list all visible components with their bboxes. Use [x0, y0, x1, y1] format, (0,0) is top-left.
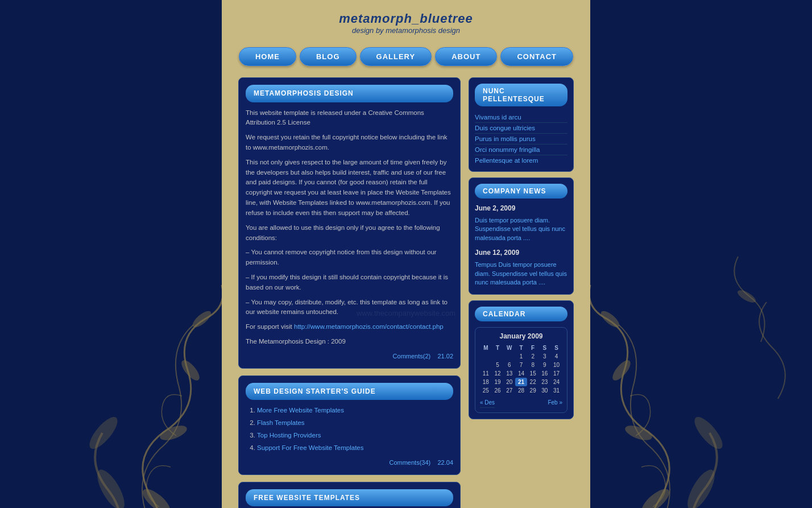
list-item: Flash Templates: [257, 418, 453, 428]
section1-footer: The Metamorphosis Design : 2009: [246, 337, 453, 347]
list-item: Top Hosting Providers: [257, 431, 453, 441]
table-row: 1 2 3 4: [480, 352, 562, 361]
center-content: metamorph_bluetree design by metamorphos…: [222, 0, 590, 508]
left-ornament-panel: [0, 0, 222, 508]
section1-para1: This website template is released under …: [246, 108, 453, 129]
support-link[interactable]: http://www.metamorphozis.com/contact/con…: [294, 323, 444, 330]
link-4[interactable]: Support For Free Website Templates: [257, 444, 364, 451]
nunc-link-5[interactable]: Pellentesque at lorem: [475, 155, 567, 166]
nunc-link-2[interactable]: Duis congue ultricies: [475, 123, 567, 134]
svg-point-6: [85, 413, 122, 453]
section1-para6: – If you modify this design it still sho…: [246, 272, 453, 293]
right-column: NUNC PELLENTESQUE Vivamus id arcu Duis c…: [469, 77, 574, 508]
nav-contact-button[interactable]: CONTACT: [500, 47, 573, 66]
nav-gallery-button[interactable]: GALLERY: [360, 47, 432, 66]
section1-para2: We request you retain the full copyright…: [246, 133, 453, 153]
cal-header-t1: T: [492, 344, 504, 352]
svg-point-12: [690, 413, 727, 453]
freetemplate-header: FREE WEBSITE TEMPLATES: [246, 489, 453, 507]
link-1[interactable]: More Free Website Templates: [257, 407, 344, 414]
section1-para7: – You may copy, distribute, modify, etc.…: [246, 298, 453, 318]
nunc-link-4[interactable]: Orci nonummy fringilla: [475, 144, 567, 155]
svg-point-13: [736, 288, 757, 305]
calendar-today: 21: [515, 378, 527, 386]
svg-point-4: [190, 308, 214, 330]
cal-header-s2: S: [550, 344, 562, 352]
site-title: metamorph_bluetree: [222, 11, 590, 26]
nunc-panel: NUNC PELLENTESQUE Vivamus id arcu Duis c…: [469, 77, 574, 172]
calendar-table: M T W T F S S: [480, 344, 562, 395]
list-item: Support For Free Website Templates: [257, 443, 453, 453]
news-text-1: Duis tempor posuere diam. Suspendisse ve…: [475, 214, 567, 244]
table-row: 5 6 7 8 9 10: [480, 361, 562, 369]
calendar-prev[interactable]: « Des: [480, 398, 495, 408]
metamorphosis-header: METAMORPHOSIS DESIGN: [246, 85, 453, 102]
section1-para3: This not only gives respect to the large…: [246, 158, 453, 218]
cal-header-s1: S: [539, 344, 551, 352]
cal-header-w: W: [503, 344, 515, 352]
nav-home-button[interactable]: HOME: [239, 47, 296, 66]
section2-comments: Comments(34) 22.04: [246, 458, 453, 468]
main-layout: METAMORPHOSIS DESIGN This website templa…: [238, 77, 574, 508]
freetemplate-panel: FREE WEBSITE TEMPLATES Consectetuer adip…: [238, 482, 461, 508]
table-row: 25 26 27 28 29 30 31: [480, 386, 562, 395]
company-news-header: COMPANY NEWS: [475, 184, 567, 199]
webdesign-list: More Free Website Templates Flash Templa…: [246, 406, 453, 453]
calendar-content: January 2009 M T W T F S S: [475, 327, 567, 413]
cal-header-f: F: [527, 344, 539, 352]
table-row: 11 12 13 14 15 16 17: [480, 369, 562, 378]
news-link-2[interactable]: Tempus Duis tempor posuere diam. Suspend…: [475, 259, 567, 288]
comments1-link[interactable]: Comments(2): [393, 353, 431, 360]
news-text-2: Tempus Duis tempor posuere diam. Suspend…: [475, 259, 567, 288]
section1-para4: You are allowed to use this design only …: [246, 223, 453, 243]
calendar-panel: CALENDAR January 2009 M T W T F: [469, 300, 574, 419]
section1-comments: Comments(2) 21.02: [246, 352, 453, 361]
site-subtitle: design by metamorphosis design: [222, 26, 590, 35]
metamorphosis-panel: METAMORPHOSIS DESIGN This website templa…: [238, 77, 461, 369]
link-3[interactable]: Top Hosting Providers: [257, 432, 321, 439]
webdesign-panel: Web Design Starter's Guide More Free Web…: [238, 375, 461, 475]
news-link-1[interactable]: Duis tempor posuere diam. Suspendisse ve…: [475, 214, 567, 244]
left-column: METAMORPHOSIS DESIGN This website templa…: [238, 77, 461, 508]
site-header: metamorph_bluetree design by metamorphos…: [222, 0, 590, 40]
nunc-link-3[interactable]: Purus in mollis purus: [475, 134, 567, 144]
webdesign-header: Web Design Starter's Guide: [246, 383, 453, 400]
list-item: More Free Website Templates: [257, 406, 453, 416]
calendar-next[interactable]: Feb »: [548, 398, 562, 408]
nav-about-button[interactable]: ABOUT: [435, 47, 497, 66]
nunc-header: NUNC PELLENTESQUE: [475, 84, 567, 106]
calendar-month-year: January 2009: [480, 332, 562, 340]
section1-time: 21.02: [437, 353, 453, 360]
nav-blog-button[interactable]: BLOG: [300, 47, 357, 66]
cal-header-m: M: [480, 344, 492, 352]
section1-support: For support visit http://www.metamorphoz…: [246, 322, 453, 332]
section1-para5: – You cannot remove copyright notice fro…: [246, 247, 453, 268]
link-2[interactable]: Flash Templates: [257, 419, 305, 426]
navigation: HOME BLOG GALLERY ABOUT CONTACT: [239, 47, 573, 66]
table-row: 18 19 20 21 22 23 24: [480, 378, 562, 386]
comments2-link[interactable]: Comments(34): [389, 459, 430, 466]
svg-point-10: [599, 308, 622, 330]
nunc-link-1[interactable]: Vivamus id arcu: [475, 112, 567, 123]
right-ornament-panel: [590, 0, 812, 508]
calendar-navigation: « Des Feb »: [480, 398, 562, 408]
company-news-panel: COMPANY NEWS June 2, 2009 Duis tempor po…: [469, 177, 574, 295]
section2-time: 22.04: [437, 459, 453, 466]
news-date-2: June 12, 2009: [475, 249, 567, 257]
calendar-header: CALENDAR: [475, 307, 567, 321]
cal-header-t2: T: [515, 344, 527, 352]
news-date-1: June 2, 2009: [475, 204, 567, 212]
